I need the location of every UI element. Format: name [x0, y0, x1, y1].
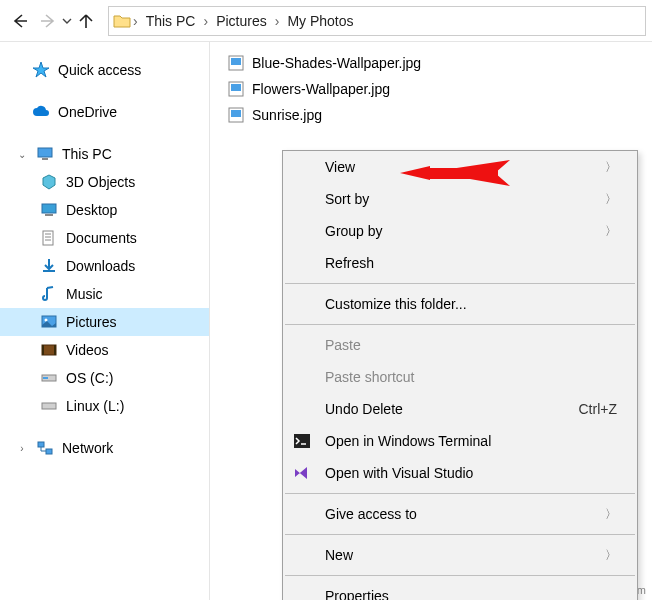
up-button[interactable] — [72, 7, 100, 35]
folder-icon — [113, 12, 131, 30]
chevron-right-icon: 〉 — [605, 506, 617, 523]
file-item[interactable]: Flowers-Wallpaper.jpg — [224, 76, 638, 102]
up-arrow-icon — [76, 11, 96, 31]
sidebar-item-label: Network — [62, 440, 113, 456]
ctx-label: Properties — [325, 588, 389, 600]
sidebar-item-onedrive[interactable]: OneDrive — [0, 98, 209, 126]
star-icon — [32, 61, 50, 79]
toolbar: › This PC › Pictures › My Photos — [0, 0, 652, 42]
ctx-label: Open in Windows Terminal — [325, 433, 491, 449]
ctx-item-open-vs[interactable]: Open with Visual Studio — [283, 457, 637, 489]
file-item[interactable]: Blue-Shades-Wallpaper.jpg — [224, 50, 638, 76]
navigation-pane: Quick access OneDrive ⌄ This PC 3D Objec… — [0, 42, 210, 600]
svg-rect-2 — [42, 204, 56, 213]
videos-icon — [40, 341, 58, 359]
svg-rect-22 — [294, 434, 310, 448]
breadcrumb-this-pc[interactable]: This PC — [140, 11, 202, 31]
image-file-icon — [228, 55, 244, 71]
back-button[interactable] — [6, 7, 34, 35]
sidebar-item-this-pc[interactable]: ⌄ This PC — [0, 140, 209, 168]
sidebar-item-label: Videos — [66, 342, 109, 358]
sidebar-item-videos[interactable]: Videos — [0, 336, 209, 364]
ctx-item-customize[interactable]: Customize this folder... — [283, 288, 637, 320]
ctx-label: Give access to — [325, 506, 417, 522]
network-icon — [36, 439, 54, 457]
ctx-label: Paste — [325, 337, 361, 353]
ctx-item-paste-shortcut: Paste shortcut — [283, 361, 637, 393]
separator — [285, 283, 635, 284]
sidebar-item-label: Pictures — [66, 314, 117, 330]
svg-rect-8 — [42, 345, 56, 355]
sidebar-item-linux-l[interactable]: Linux (L:) — [0, 392, 209, 420]
ctx-shortcut: Ctrl+Z — [579, 401, 618, 417]
sidebar-item-music[interactable]: Music — [0, 280, 209, 308]
ctx-item-new[interactable]: New 〉 — [283, 539, 637, 571]
sidebar-item-os-c[interactable]: OS (C:) — [0, 364, 209, 392]
forward-button[interactable] — [34, 7, 62, 35]
ctx-item-group-by[interactable]: Group by 〉 — [283, 215, 637, 247]
context-menu: View 〉 Sort by 〉 Group by 〉 Refresh Cust… — [282, 150, 638, 600]
sidebar-item-label: OS (C:) — [66, 370, 113, 386]
svg-rect-21 — [231, 110, 241, 117]
ctx-item-undo-delete[interactable]: Undo Delete Ctrl+Z — [283, 393, 637, 425]
svg-rect-0 — [38, 148, 52, 157]
chevron-down-icon — [62, 16, 72, 26]
sidebar-item-3d-objects[interactable]: 3D Objects — [0, 168, 209, 196]
sidebar-item-label: This PC — [62, 146, 112, 162]
breadcrumb-pictures[interactable]: Pictures — [210, 11, 273, 31]
expand-caret-icon[interactable]: › — [16, 443, 28, 454]
chevron-right-icon: › — [275, 13, 280, 29]
sidebar-item-label: 3D Objects — [66, 174, 135, 190]
image-file-icon — [228, 107, 244, 123]
sidebar-item-label: Downloads — [66, 258, 135, 274]
computer-icon — [36, 145, 54, 163]
address-bar[interactable]: › This PC › Pictures › My Photos — [108, 6, 646, 36]
drive-icon — [40, 369, 58, 387]
chevron-right-icon: › — [133, 13, 138, 29]
ctx-label: View — [325, 159, 355, 175]
separator — [285, 493, 635, 494]
ctx-item-paste: Paste — [283, 329, 637, 361]
ctx-label: Paste shortcut — [325, 369, 415, 385]
ctx-label: Group by — [325, 223, 383, 239]
separator — [285, 534, 635, 535]
terminal-icon — [293, 432, 311, 450]
sidebar-item-network[interactable]: › Network — [0, 434, 209, 462]
visual-studio-icon — [293, 464, 311, 482]
forward-arrow-icon — [38, 11, 58, 31]
svg-rect-14 — [38, 442, 44, 447]
documents-icon — [40, 229, 58, 247]
breadcrumb-my-photos[interactable]: My Photos — [281, 11, 359, 31]
separator — [285, 324, 635, 325]
svg-rect-12 — [43, 377, 48, 379]
sidebar-item-label: Documents — [66, 230, 137, 246]
svg-rect-4 — [43, 231, 53, 245]
chevron-right-icon: 〉 — [605, 159, 617, 176]
ctx-item-properties[interactable]: Properties — [283, 580, 637, 600]
ctx-label: New — [325, 547, 353, 563]
sidebar-item-downloads[interactable]: Downloads — [0, 252, 209, 280]
expand-caret-icon[interactable]: ⌄ — [16, 149, 28, 160]
pictures-icon — [40, 313, 58, 331]
recent-locations-button[interactable] — [62, 7, 72, 35]
ctx-label: Open with Visual Studio — [325, 465, 473, 481]
svg-rect-23 — [428, 168, 498, 179]
chevron-right-icon: 〉 — [605, 223, 617, 240]
desktop-icon — [40, 201, 58, 219]
sidebar-item-label: Linux (L:) — [66, 398, 124, 414]
svg-rect-10 — [54, 345, 56, 355]
svg-rect-19 — [231, 84, 241, 91]
ctx-item-give-access[interactable]: Give access to 〉 — [283, 498, 637, 530]
svg-point-7 — [45, 319, 48, 322]
file-item[interactable]: Sunrise.jpg — [224, 102, 638, 128]
ctx-label: Sort by — [325, 191, 369, 207]
sidebar-item-quick-access[interactable]: Quick access — [0, 56, 209, 84]
sidebar-item-desktop[interactable]: Desktop — [0, 196, 209, 224]
sidebar-item-documents[interactable]: Documents — [0, 224, 209, 252]
ctx-item-open-terminal[interactable]: Open in Windows Terminal — [283, 425, 637, 457]
separator — [285, 575, 635, 576]
sidebar-item-pictures[interactable]: Pictures — [0, 308, 209, 336]
back-arrow-icon — [10, 11, 30, 31]
sidebar-item-label: Desktop — [66, 202, 117, 218]
ctx-item-refresh[interactable]: Refresh — [283, 247, 637, 279]
